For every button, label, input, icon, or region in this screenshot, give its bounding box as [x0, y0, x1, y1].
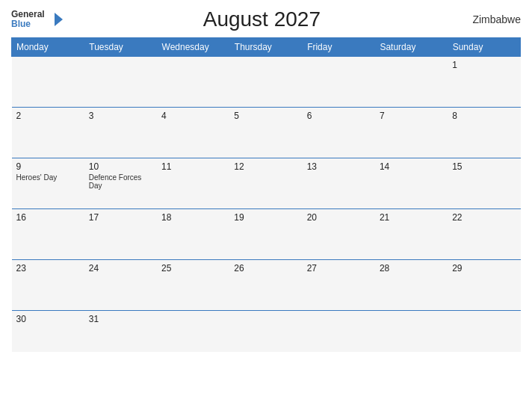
day-number: 14	[380, 161, 443, 172]
day-number: 6	[307, 111, 371, 121]
calendar-week-row: 23242526272829	[12, 260, 521, 311]
calendar-cell: 25	[157, 260, 229, 311]
calendar-week-row: 16171819202122	[12, 209, 521, 260]
calendar-page: General Blue August 2027 Zimbabwe Monday…	[0, 0, 532, 411]
day-number: 30	[16, 314, 80, 324]
calendar-cell	[84, 57, 157, 108]
day-number: 24	[89, 263, 152, 274]
logo: General Blue	[11, 10, 63, 29]
header-friday: Friday	[303, 38, 375, 57]
calendar-cell: 17	[84, 209, 157, 260]
day-event: Heroes' Day	[16, 173, 80, 182]
header-thursday: Thursday	[229, 38, 302, 57]
calendar-cell: 26	[229, 260, 302, 311]
day-number: 26	[234, 263, 297, 274]
calendar-cell	[375, 311, 448, 352]
calendar-cell: 4	[157, 108, 229, 158]
calendar-cell	[303, 57, 375, 108]
calendar-cell	[157, 311, 229, 352]
day-number: 5	[234, 111, 297, 121]
day-number: 28	[380, 263, 443, 274]
header: General Blue August 2027 Zimbabwe	[11, 7, 521, 31]
calendar-cell: 27	[303, 260, 375, 311]
calendar-cell: 7	[375, 108, 448, 158]
calendar-cell	[12, 57, 84, 108]
day-number: 10	[89, 161, 152, 172]
calendar-cell	[375, 57, 448, 108]
header-tuesday: Tuesday	[84, 38, 157, 57]
calendar-cell	[448, 311, 520, 352]
calendar-cell: 16	[12, 209, 84, 260]
calendar-cell: 21	[375, 209, 448, 260]
day-number: 19	[234, 212, 297, 223]
day-number: 2	[16, 111, 80, 121]
day-number: 17	[89, 212, 152, 223]
calendar-cell: 3	[84, 108, 157, 158]
calendar-cell: 29	[448, 260, 520, 311]
calendar-cell: 8	[448, 108, 520, 158]
calendar-cell: 11	[157, 158, 229, 209]
day-number: 11	[161, 161, 225, 172]
day-number: 18	[161, 212, 225, 223]
calendar-cell: 20	[303, 209, 375, 260]
calendar-week-row: 3031	[12, 311, 521, 352]
day-number: 29	[452, 263, 516, 274]
logo-flag-icon	[46, 11, 63, 28]
day-number: 27	[307, 263, 371, 274]
day-number: 8	[452, 111, 516, 121]
day-number: 31	[89, 314, 152, 324]
calendar-cell: 2	[12, 108, 84, 158]
weekday-header-row: Monday Tuesday Wednesday Thursday Friday…	[12, 38, 521, 57]
day-number: 9	[16, 161, 80, 172]
calendar-cell: 18	[157, 209, 229, 260]
calendar-cell: 9Heroes' Day	[12, 158, 84, 209]
calendar-cell: 15	[448, 158, 520, 209]
calendar-cell	[157, 57, 229, 108]
calendar-cell	[229, 311, 302, 352]
day-number: 4	[161, 111, 225, 121]
header-sunday: Sunday	[448, 38, 520, 57]
calendar-cell: 6	[303, 108, 375, 158]
calendar-cell: 28	[375, 260, 448, 311]
header-monday: Monday	[12, 38, 84, 57]
header-saturday: Saturday	[375, 38, 448, 57]
svg-marker-0	[55, 13, 63, 26]
logo-blue-text: Blue	[11, 19, 45, 29]
header-wednesday: Wednesday	[157, 38, 229, 57]
calendar-cell	[229, 57, 302, 108]
calendar-cell: 30	[12, 311, 84, 352]
calendar-cell: 23	[12, 260, 84, 311]
day-number: 12	[234, 161, 297, 172]
day-number: 20	[307, 212, 371, 223]
day-number: 25	[161, 263, 225, 274]
day-number: 13	[307, 161, 371, 172]
day-event: Defence Forces Day	[89, 173, 152, 190]
calendar-week-row: 1	[12, 57, 521, 108]
calendar-cell: 10Defence Forces Day	[84, 158, 157, 209]
calendar-cell: 19	[229, 209, 302, 260]
day-number: 3	[89, 111, 152, 121]
calendar-cell: 22	[448, 209, 520, 260]
calendar-cell: 14	[375, 158, 448, 209]
day-number: 15	[452, 161, 516, 172]
day-number: 22	[452, 212, 516, 223]
day-number: 23	[16, 263, 80, 274]
calendar-cell: 5	[229, 108, 302, 158]
country-label: Zimbabwe	[461, 13, 521, 25]
day-number: 7	[380, 111, 443, 121]
calendar-cell: 13	[303, 158, 375, 209]
calendar-table: Monday Tuesday Wednesday Thursday Friday…	[11, 37, 521, 352]
calendar-cell: 12	[229, 158, 302, 209]
day-number: 16	[16, 212, 80, 223]
day-number: 21	[380, 212, 443, 223]
calendar-cell: 1	[448, 57, 520, 108]
day-number: 1	[452, 60, 516, 70]
calendar-cell: 24	[84, 260, 157, 311]
calendar-week-row: 2345678	[12, 108, 521, 158]
calendar-cell: 31	[84, 311, 157, 352]
page-title: August 2027	[63, 7, 461, 31]
calendar-week-row: 9Heroes' Day10Defence Forces Day11121314…	[12, 158, 521, 209]
calendar-cell	[303, 311, 375, 352]
